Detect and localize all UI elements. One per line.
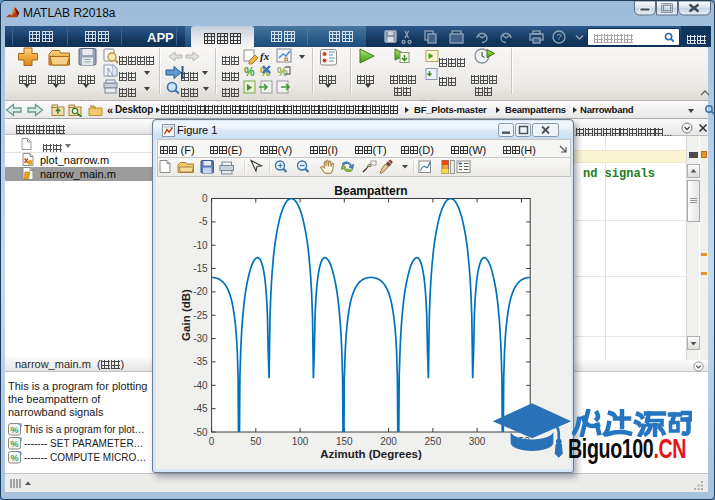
svg-text:fi: fi <box>284 55 288 63</box>
svg-text:?: ? <box>556 32 561 42</box>
svg-text:0: 0 <box>209 436 215 447</box>
svg-text:100: 100 <box>292 436 309 447</box>
svg-text:%: % <box>10 439 18 449</box>
svg-text:fx: fx <box>260 50 270 62</box>
svg-text:-5: -5 <box>199 216 208 227</box>
svg-text:150: 150 <box>336 436 353 447</box>
svg-text:-15: -15 <box>193 263 208 274</box>
svg-text:-35: -35 <box>193 356 208 367</box>
svg-text:0: 0 <box>202 193 208 204</box>
svg-text:-30: -30 <box>193 333 208 344</box>
svg-text:-20: -20 <box>193 286 208 297</box>
svg-text:%: % <box>10 453 18 463</box>
svg-text:-40: -40 <box>193 380 208 391</box>
svg-text:%: % <box>244 65 255 79</box>
svg-text:-10: -10 <box>193 240 208 251</box>
svg-text:250: 250 <box>425 436 442 447</box>
svg-text:%: % <box>10 425 18 435</box>
svg-text:200: 200 <box>380 436 397 447</box>
svg-text:Beampattern: Beampattern <box>334 184 407 198</box>
svg-text:300: 300 <box>469 436 486 447</box>
svg-text:Gain (dB): Gain (dB) <box>180 289 192 341</box>
svg-text:50: 50 <box>250 436 262 447</box>
svg-text:Azimuth (Degrees): Azimuth (Degrees) <box>320 448 422 460</box>
svg-text:-25: -25 <box>193 310 208 321</box>
svg-text:-50: -50 <box>193 427 208 438</box>
svg-text:-45: -45 <box>193 403 208 414</box>
